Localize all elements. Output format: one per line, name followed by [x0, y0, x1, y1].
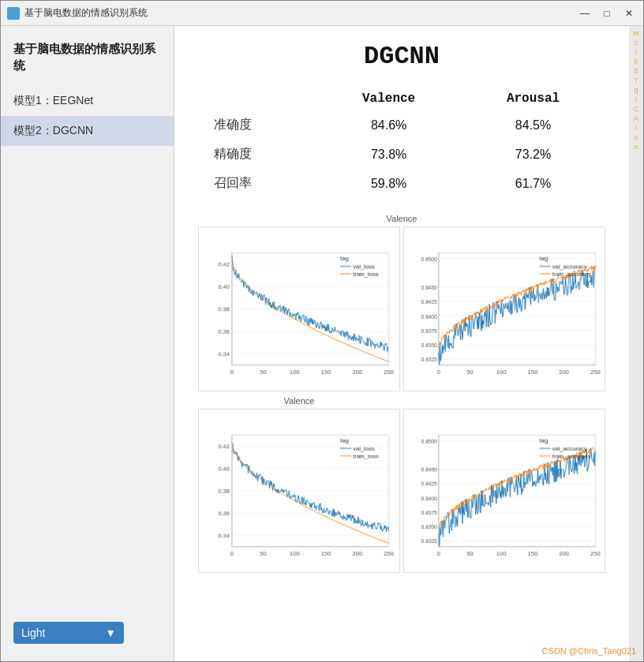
title-bar-text: 基于脑电数据的情感识别系统 [24, 6, 577, 20]
sidebar-title: 基于脑电数据的情感识别系统 [1, 34, 174, 86]
title-bar: 基于脑电数据的情感识别系统 — □ ✕ [1, 1, 643, 26]
metric-arousal: 73.2% [461, 140, 605, 169]
chart-bottom-left-container [198, 409, 400, 574]
arousal-header: Arousal [461, 87, 605, 110]
chart-top-left [202, 230, 396, 387]
sidebar: 基于脑电数据的情感识别系统 模型1：EEGNet 模型2：DGCNN Light… [1, 26, 174, 661]
content-area: 基于脑电数据的情感识别系统 模型1：EEGNet 模型2：DGCNN Light… [1, 26, 643, 661]
chevron-down-icon: ▼ [105, 626, 116, 639]
minimize-button[interactable]: — [577, 6, 593, 21]
metric-valence: 84.6% [316, 110, 461, 140]
chart-bottom-right-container [403, 409, 605, 574]
metric-label: 精确度 [198, 140, 316, 169]
charts-section-label: Valence [198, 214, 605, 223]
metric-label: 召回率 [198, 169, 316, 198]
theme-dropdown[interactable]: Light ▼ [13, 622, 124, 644]
metric-valence: 59.8% [316, 169, 461, 198]
metric-arousal: 61.7% [461, 169, 605, 198]
chart-bottom-left [202, 413, 396, 570]
valence-header: Valence [316, 87, 461, 110]
chart-top-right-container [403, 226, 605, 391]
watermark: CSDN @Chris_Tang021 [542, 646, 636, 656]
charts-bottom-label: Valence [198, 396, 400, 406]
table-row: 召回率 59.8% 61.7% [198, 169, 605, 198]
main-content: DGCNN Valence Arousal 准确度 84.6% 84.5% 精确… [174, 26, 629, 661]
model-title: DGCNN [198, 42, 605, 71]
table-row: 准确度 84.6% 84.5% [198, 110, 605, 140]
app-icon [7, 7, 20, 20]
chart-top-right [407, 230, 601, 387]
sidebar-item-eegnet[interactable]: 模型1：EEGNet [1, 86, 174, 116]
theme-label: Light [21, 626, 45, 639]
metric-label: 准确度 [198, 110, 316, 140]
metrics-table: Valence Arousal 准确度 84.6% 84.5% 精确度 73.8… [198, 87, 605, 198]
title-bar-controls: — □ ✕ [577, 6, 637, 21]
sidebar-item-dgcnn[interactable]: 模型2：DGCNN [1, 116, 174, 146]
chart-bottom-right [407, 413, 601, 570]
metric-valence: 73.8% [316, 140, 461, 169]
app-window: 基于脑电数据的情感识别系统 — □ ✕ 基于脑电数据的情感识别系统 模型1：EE… [0, 0, 644, 662]
right-bar: m c i k 5 T g t C A i o n [629, 26, 643, 661]
chart-top-left-container [198, 226, 400, 391]
sidebar-bottom: Light ▼ [1, 612, 174, 653]
close-button[interactable]: ✕ [621, 6, 637, 21]
charts-grid: Valence [198, 226, 605, 573]
metric-arousal: 84.5% [461, 110, 605, 140]
table-row: 精确度 73.8% 73.2% [198, 140, 605, 169]
maximize-button[interactable]: □ [599, 6, 615, 21]
